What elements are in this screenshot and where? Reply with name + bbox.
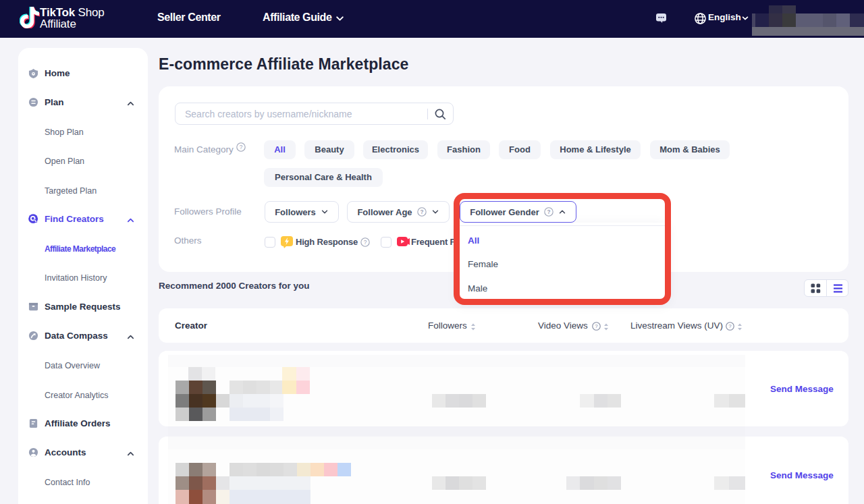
svg-text:?: ? bbox=[728, 323, 732, 329]
svg-text:?: ? bbox=[420, 209, 423, 215]
svg-text:?: ? bbox=[595, 323, 598, 329]
svg-text:?: ? bbox=[240, 144, 243, 150]
svg-text:?: ? bbox=[364, 240, 367, 246]
